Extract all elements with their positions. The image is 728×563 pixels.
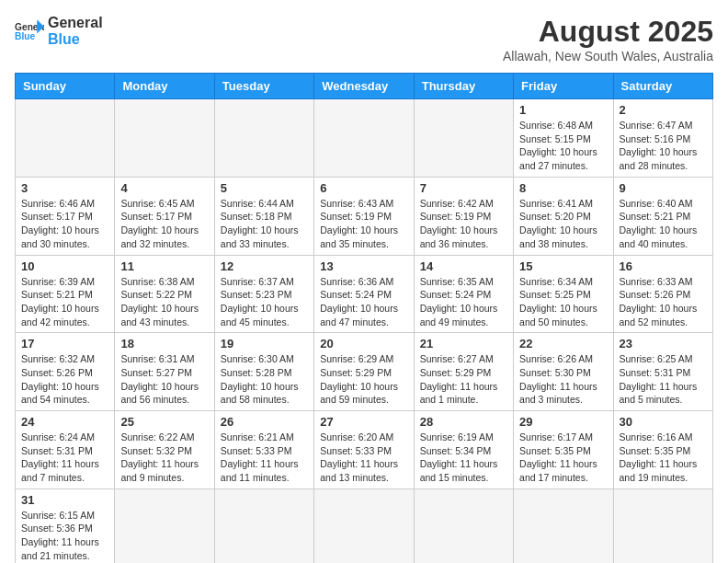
location-title: Allawah, New South Wales, Australia xyxy=(503,49,713,63)
calendar-cell: 21Sunrise: 6:27 AM Sunset: 5:29 PM Dayli… xyxy=(414,333,513,411)
day-number: 4 xyxy=(120,181,208,195)
day-info: Sunrise: 6:30 AM Sunset: 5:28 PM Dayligh… xyxy=(221,352,308,407)
calendar-cell: 3Sunrise: 6:46 AM Sunset: 5:17 PM Daylig… xyxy=(16,177,115,255)
calendar-cell: 5Sunrise: 6:44 AM Sunset: 5:18 PM Daylig… xyxy=(214,177,313,255)
day-info: Sunrise: 6:48 AM Sunset: 5:15 PM Dayligh… xyxy=(519,119,607,173)
day-info: Sunrise: 6:31 AM Sunset: 5:27 PM Dayligh… xyxy=(120,352,208,407)
weekday-header-saturday: Saturday xyxy=(613,74,712,99)
calendar-week-row: 24Sunrise: 6:24 AM Sunset: 5:31 PM Dayli… xyxy=(16,411,713,489)
day-info: Sunrise: 6:37 AM Sunset: 5:23 PM Dayligh… xyxy=(221,275,308,329)
day-number: 14 xyxy=(420,259,507,273)
day-number: 19 xyxy=(221,337,308,350)
day-info: Sunrise: 6:21 AM Sunset: 5:33 PM Dayligh… xyxy=(221,431,308,485)
day-info: Sunrise: 6:16 AM Sunset: 5:35 PM Dayligh… xyxy=(620,431,707,485)
day-number: 1 xyxy=(519,103,607,117)
calendar-cell: 9Sunrise: 6:40 AM Sunset: 5:21 PM Daylig… xyxy=(613,177,712,255)
day-info: Sunrise: 6:46 AM Sunset: 5:17 PM Dayligh… xyxy=(21,197,108,251)
calendar-cell: 12Sunrise: 6:37 AM Sunset: 5:23 PM Dayli… xyxy=(214,255,313,333)
day-number: 5 xyxy=(221,181,308,195)
calendar-cell: 28Sunrise: 6:19 AM Sunset: 5:34 PM Dayli… xyxy=(414,411,513,489)
day-info: Sunrise: 6:44 AM Sunset: 5:18 PM Dayligh… xyxy=(221,197,308,251)
calendar-table: SundayMondayTuesdayWednesdayThursdayFrid… xyxy=(15,73,713,563)
calendar-cell: 19Sunrise: 6:30 AM Sunset: 5:28 PM Dayli… xyxy=(214,333,313,411)
day-info: Sunrise: 6:40 AM Sunset: 5:21 PM Dayligh… xyxy=(620,197,707,251)
day-number: 16 xyxy=(620,259,707,273)
calendar-cell: 7Sunrise: 6:42 AM Sunset: 5:19 PM Daylig… xyxy=(414,177,513,255)
svg-text:Blue: Blue xyxy=(15,31,35,41)
calendar-cell xyxy=(16,99,115,178)
day-info: Sunrise: 6:42 AM Sunset: 5:19 PM Dayligh… xyxy=(420,197,507,251)
day-number: 20 xyxy=(320,337,407,350)
day-number: 21 xyxy=(420,337,507,350)
day-info: Sunrise: 6:41 AM Sunset: 5:20 PM Dayligh… xyxy=(519,197,607,251)
day-number: 26 xyxy=(221,415,308,429)
day-number: 3 xyxy=(21,181,108,195)
calendar-week-row: 31Sunrise: 6:15 AM Sunset: 5:36 PM Dayli… xyxy=(16,488,713,563)
day-info: Sunrise: 6:17 AM Sunset: 5:35 PM Dayligh… xyxy=(519,431,607,485)
day-info: Sunrise: 6:36 AM Sunset: 5:24 PM Dayligh… xyxy=(320,275,407,329)
weekday-header-friday: Friday xyxy=(514,74,613,99)
calendar-cell: 22Sunrise: 6:26 AM Sunset: 5:30 PM Dayli… xyxy=(514,333,613,411)
day-info: Sunrise: 6:27 AM Sunset: 5:29 PM Dayligh… xyxy=(420,352,507,407)
calendar-week-row: 17Sunrise: 6:32 AM Sunset: 5:26 PM Dayli… xyxy=(16,333,713,411)
calendar-week-row: 1Sunrise: 6:48 AM Sunset: 5:15 PM Daylig… xyxy=(16,99,713,178)
day-number: 8 xyxy=(519,181,607,195)
day-info: Sunrise: 6:32 AM Sunset: 5:26 PM Dayligh… xyxy=(21,352,108,407)
calendar-week-row: 3Sunrise: 6:46 AM Sunset: 5:17 PM Daylig… xyxy=(16,177,713,255)
day-number: 18 xyxy=(120,337,208,350)
day-info: Sunrise: 6:29 AM Sunset: 5:29 PM Dayligh… xyxy=(320,352,407,407)
calendar-cell: 24Sunrise: 6:24 AM Sunset: 5:31 PM Dayli… xyxy=(16,411,115,489)
weekday-header-tuesday: Tuesday xyxy=(214,74,313,99)
day-number: 22 xyxy=(519,337,607,350)
page-header: General Blue General Blue August 2025 Al… xyxy=(15,15,713,63)
calendar-cell xyxy=(314,99,414,178)
calendar-cell: 8Sunrise: 6:41 AM Sunset: 5:20 PM Daylig… xyxy=(514,177,613,255)
calendar-cell: 30Sunrise: 6:16 AM Sunset: 5:35 PM Dayli… xyxy=(613,411,712,489)
calendar-cell xyxy=(115,99,214,178)
weekday-header-wednesday: Wednesday xyxy=(314,74,414,99)
day-info: Sunrise: 6:33 AM Sunset: 5:26 PM Dayligh… xyxy=(620,275,707,329)
calendar-cell: 27Sunrise: 6:20 AM Sunset: 5:33 PM Dayli… xyxy=(314,411,414,489)
day-number: 25 xyxy=(120,415,208,429)
day-number: 6 xyxy=(320,181,407,195)
calendar-cell: 31Sunrise: 6:15 AM Sunset: 5:36 PM Dayli… xyxy=(16,488,115,563)
day-number: 31 xyxy=(21,493,108,507)
day-info: Sunrise: 6:20 AM Sunset: 5:33 PM Dayligh… xyxy=(320,431,407,485)
day-number: 30 xyxy=(620,415,707,429)
calendar-cell xyxy=(214,99,313,178)
day-number: 10 xyxy=(21,259,108,273)
calendar-cell: 2Sunrise: 6:47 AM Sunset: 5:16 PM Daylig… xyxy=(613,99,712,178)
day-info: Sunrise: 6:25 AM Sunset: 5:31 PM Dayligh… xyxy=(620,352,707,407)
day-number: 28 xyxy=(420,415,507,429)
day-info: Sunrise: 6:39 AM Sunset: 5:21 PM Dayligh… xyxy=(21,275,108,329)
calendar-cell: 16Sunrise: 6:33 AM Sunset: 5:26 PM Dayli… xyxy=(613,255,712,333)
calendar-cell: 25Sunrise: 6:22 AM Sunset: 5:32 PM Dayli… xyxy=(115,411,214,489)
day-number: 7 xyxy=(420,181,507,195)
day-info: Sunrise: 6:35 AM Sunset: 5:24 PM Dayligh… xyxy=(420,275,507,329)
day-info: Sunrise: 6:47 AM Sunset: 5:16 PM Dayligh… xyxy=(620,119,707,173)
day-number: 23 xyxy=(620,337,707,350)
day-info: Sunrise: 6:34 AM Sunset: 5:25 PM Dayligh… xyxy=(519,275,607,329)
day-info: Sunrise: 6:24 AM Sunset: 5:31 PM Dayligh… xyxy=(21,431,108,485)
day-number: 17 xyxy=(21,337,108,350)
day-info: Sunrise: 6:19 AM Sunset: 5:34 PM Dayligh… xyxy=(420,431,507,485)
calendar-cell: 10Sunrise: 6:39 AM Sunset: 5:21 PM Dayli… xyxy=(16,255,115,333)
day-info: Sunrise: 6:45 AM Sunset: 5:17 PM Dayligh… xyxy=(120,197,208,251)
calendar-cell: 18Sunrise: 6:31 AM Sunset: 5:27 PM Dayli… xyxy=(115,333,214,411)
calendar-cell: 20Sunrise: 6:29 AM Sunset: 5:29 PM Dayli… xyxy=(314,333,414,411)
logo-blue-text: Blue xyxy=(48,31,103,48)
calendar-cell: 11Sunrise: 6:38 AM Sunset: 5:22 PM Dayli… xyxy=(115,255,214,333)
day-number: 13 xyxy=(320,259,407,273)
day-number: 15 xyxy=(519,259,607,273)
calendar-cell: 29Sunrise: 6:17 AM Sunset: 5:35 PM Dayli… xyxy=(514,411,613,489)
weekday-header-row: SundayMondayTuesdayWednesdayThursdayFrid… xyxy=(16,74,713,99)
calendar-cell xyxy=(214,488,313,563)
calendar-cell: 4Sunrise: 6:45 AM Sunset: 5:17 PM Daylig… xyxy=(115,177,214,255)
calendar-cell xyxy=(613,488,712,563)
day-number: 27 xyxy=(320,415,407,429)
day-info: Sunrise: 6:26 AM Sunset: 5:30 PM Dayligh… xyxy=(519,352,607,407)
logo-icon: General Blue xyxy=(15,18,44,44)
day-number: 11 xyxy=(120,259,208,273)
calendar-cell: 14Sunrise: 6:35 AM Sunset: 5:24 PM Dayli… xyxy=(414,255,513,333)
calendar-cell: 26Sunrise: 6:21 AM Sunset: 5:33 PM Dayli… xyxy=(214,411,313,489)
